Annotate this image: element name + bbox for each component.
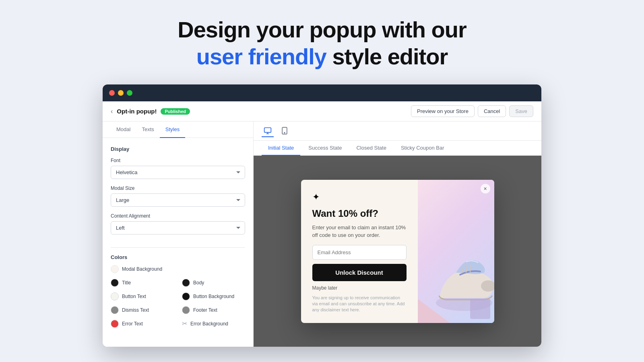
email-input[interactable] bbox=[312, 245, 407, 260]
preview-toolbar bbox=[254, 121, 541, 141]
page-headline: Design your popup with our user friendly… bbox=[178, 16, 466, 70]
maybe-later-text: Maybe later bbox=[312, 285, 407, 291]
headline-text-2: style editor bbox=[332, 44, 448, 69]
footer-text-swatch[interactable] bbox=[182, 306, 190, 314]
color-row-button-bg: Button Background bbox=[182, 292, 245, 300]
footer-text-label: Footer Text bbox=[193, 307, 217, 313]
sidebar-tabs: Modal Texts Styles bbox=[103, 121, 253, 138]
preview-tab-success[interactable]: Success State bbox=[302, 141, 348, 156]
content-alignment-label: Content Alignment bbox=[111, 213, 245, 219]
top-bar: ‹ Opt-in popup! Published Preview on you… bbox=[103, 101, 541, 121]
content-alignment-select[interactable]: Left Center Right bbox=[111, 221, 245, 234]
colors-left-col: Title Button Text Dismiss Text bbox=[111, 279, 174, 333]
display-section-title: Display bbox=[111, 146, 245, 152]
close-dot[interactable] bbox=[109, 90, 115, 96]
preview-canvas: ✦ Want 10% off? Enter your email to clai… bbox=[254, 156, 541, 347]
main-layout: Modal Texts Styles Display Font Helvetic… bbox=[103, 121, 541, 347]
headline-blue: user friendly bbox=[196, 44, 326, 69]
published-badge: Published bbox=[161, 108, 190, 115]
preview-tabs: Initial State Success State Closed State… bbox=[254, 141, 541, 156]
divider bbox=[111, 247, 245, 248]
modal-subtext: Enter your email to claim an instant 10%… bbox=[312, 224, 407, 239]
modal-left-panel: ✦ Want 10% off? Enter your email to clai… bbox=[301, 180, 418, 323]
headline-text-1: Design your popup with our bbox=[178, 17, 466, 42]
modal-bg-label: Modal Background bbox=[122, 266, 162, 272]
dismiss-text-label: Dismiss Text bbox=[122, 307, 149, 313]
scissors-icon: ✂ bbox=[182, 320, 187, 327]
preview-tab-initial[interactable]: Initial State bbox=[262, 141, 300, 156]
tab-styles[interactable]: Styles bbox=[160, 121, 185, 138]
font-label: Font bbox=[111, 158, 245, 163]
color-row-body: Body bbox=[182, 279, 245, 287]
button-text-label: Button Text bbox=[122, 294, 146, 299]
cta-button[interactable]: Unlock Discount bbox=[312, 264, 407, 281]
error-bg-label: Error Background bbox=[190, 321, 228, 327]
mobile-device-icon[interactable] bbox=[279, 125, 291, 137]
app-content: ‹ Opt-in popup! Published Preview on you… bbox=[103, 101, 541, 347]
error-text-swatch[interactable] bbox=[111, 320, 119, 328]
error-text-label: Error Text bbox=[122, 321, 143, 327]
color-row-dismiss-text: Dismiss Text bbox=[111, 306, 174, 314]
modal-bg-swatch[interactable] bbox=[111, 265, 119, 273]
colors-section: Colors Modal Background Title bbox=[111, 254, 245, 333]
maximize-dot[interactable] bbox=[127, 90, 132, 96]
back-arrow-icon: ‹ bbox=[111, 108, 113, 115]
color-row-footer-text: Footer Text bbox=[182, 306, 245, 314]
sidebar-body: Display Font Helvetica Arial Roboto Moda… bbox=[103, 138, 253, 341]
minimize-dot[interactable] bbox=[118, 90, 124, 96]
back-button[interactable]: ‹ bbox=[111, 108, 113, 115]
popup-modal: ✦ Want 10% off? Enter your email to clai… bbox=[301, 180, 494, 323]
color-row-button-text: Button Text bbox=[111, 292, 174, 300]
body-swatch[interactable] bbox=[182, 279, 190, 287]
popup-title: Opt-in popup! bbox=[117, 108, 157, 115]
color-row-error-bg: ✂ Error Background bbox=[182, 320, 245, 327]
modal-right-panel: × bbox=[418, 180, 494, 323]
preview-tab-closed[interactable]: Closed State bbox=[350, 141, 392, 156]
star-icon: ✦ bbox=[312, 192, 407, 202]
tab-modal[interactable]: Modal bbox=[111, 121, 136, 138]
modal-size-select[interactable]: Large Medium Small bbox=[111, 193, 245, 207]
color-row-error-text: Error Text bbox=[111, 320, 174, 328]
desktop-device-icon[interactable] bbox=[262, 125, 274, 137]
tab-texts[interactable]: Texts bbox=[136, 121, 159, 138]
button-text-swatch[interactable] bbox=[111, 292, 119, 300]
dismiss-text-swatch[interactable] bbox=[111, 306, 119, 314]
body-color-label: Body bbox=[193, 280, 204, 286]
modal-size-label: Modal Size bbox=[111, 185, 245, 191]
svg-point-2 bbox=[284, 132, 285, 133]
cancel-button[interactable]: Cancel bbox=[478, 105, 506, 117]
color-row-modal-bg: Modal Background bbox=[111, 265, 245, 273]
modal-close-button[interactable]: × bbox=[481, 184, 490, 193]
font-select[interactable]: Helvetica Arial Roboto bbox=[111, 166, 245, 179]
color-row-title: Title bbox=[111, 279, 174, 287]
colors-section-title: Colors bbox=[111, 254, 245, 260]
browser-window: ‹ Opt-in popup! Published Preview on you… bbox=[103, 84, 541, 347]
button-bg-label: Button Background bbox=[193, 294, 234, 299]
sidebar: Modal Texts Styles Display Font Helvetic… bbox=[103, 121, 254, 347]
browser-titlebar bbox=[103, 84, 541, 101]
svg-rect-0 bbox=[264, 128, 271, 132]
title-swatch[interactable] bbox=[111, 279, 119, 287]
colors-grid: Title Button Text Dismiss Text bbox=[111, 279, 245, 333]
colors-right-col: Body Button Background Footer Text bbox=[182, 279, 245, 333]
preview-tab-sticky[interactable]: Sticky Coupon Bar bbox=[394, 141, 451, 156]
preview-button[interactable]: Preview on your Store bbox=[411, 105, 475, 117]
title-color-label: Title bbox=[122, 280, 131, 286]
button-bg-swatch[interactable] bbox=[182, 292, 190, 300]
save-button[interactable]: Save bbox=[509, 105, 533, 117]
modal-heading: Want 10% off? bbox=[312, 208, 407, 220]
top-bar-actions: Preview on your Store Cancel Save bbox=[411, 105, 533, 117]
preview-area: Initial State Success State Closed State… bbox=[254, 121, 541, 347]
disclaimer-text: You are signing up to receive communicat… bbox=[312, 295, 407, 313]
